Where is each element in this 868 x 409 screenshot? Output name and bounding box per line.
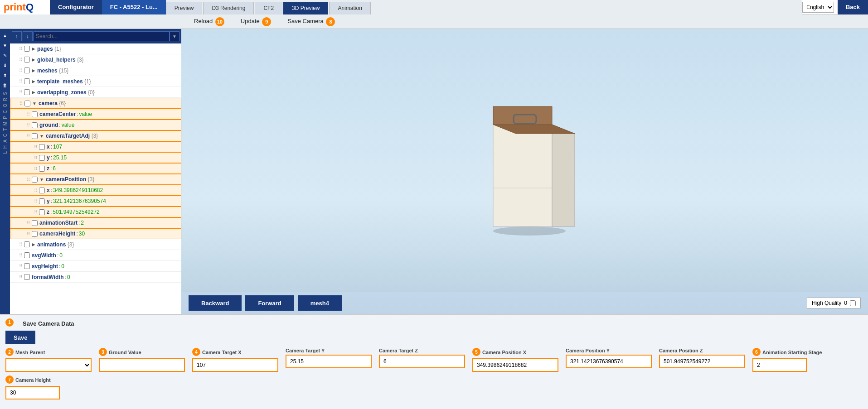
tree-checkbox-pos-z[interactable]	[39, 209, 45, 215]
back-button[interactable]: Back	[838, 0, 868, 14]
camera-target-x-input[interactable]: 107	[192, 358, 278, 372]
tree-arrow-global-helpers[interactable]: ▶	[32, 57, 35, 62]
save-camera-button[interactable]: Save Camera 8	[279, 15, 343, 28]
sidebar-sort-up[interactable]: ↑	[12, 31, 22, 41]
strip-btn-up[interactable]: ▲	[0, 31, 10, 40]
save-button[interactable]: Save	[5, 331, 35, 344]
tree-checkbox-pages[interactable]	[24, 46, 30, 52]
strip-letter-t[interactable]: T	[3, 128, 8, 131]
backward-button[interactable]: Backward	[189, 295, 242, 311]
tree-arrow-animations[interactable]: ▶	[32, 242, 35, 247]
tree-item-svg-height[interactable]: ⠿ svgHeight : 0	[10, 261, 181, 272]
sidebar-sort-down[interactable]: ↓	[23, 31, 33, 41]
mesh-parent-select[interactable]	[5, 358, 92, 372]
camera-height-input[interactable]: 30	[5, 386, 60, 399]
tree-arrow-camera-target-adj[interactable]: ▼	[39, 134, 44, 139]
tree-item-overlapping-zones[interactable]: ⠿ ▶ overlapping_zones {0}	[10, 87, 181, 98]
tree-arrow-overlapping-zones[interactable]: ▶	[32, 90, 35, 95]
tree-item-cam-x[interactable]: ⠿ x : 107	[10, 141, 181, 152]
tree-item-meshes[interactable]: ⠿ ▶ meshes {15}	[10, 65, 181, 76]
mesh4-button[interactable]: mesh4	[298, 295, 342, 311]
viewport-canvas[interactable]	[181, 29, 868, 292]
tree-checkbox-overlapping-zones[interactable]	[24, 89, 30, 95]
tree-checkbox-camera-position[interactable]	[32, 177, 38, 183]
tree-arrow-meshes[interactable]: ▶	[32, 68, 35, 73]
strip-btn-upload[interactable]: ⬆	[0, 71, 10, 80]
tree-checkbox-svg-height[interactable]	[24, 263, 30, 269]
ground-value-input[interactable]	[99, 358, 185, 372]
tree-item-pos-z[interactable]: ⠿ z : 501.949752549272	[10, 207, 181, 217]
camera-target-y-input[interactable]: 25.15	[286, 355, 372, 368]
tab-preview[interactable]: Preview	[166, 2, 203, 14]
strip-letter-l[interactable]: L	[3, 151, 8, 154]
tree-checkbox-camera[interactable]	[24, 101, 30, 106]
tree-checkbox-pos-y[interactable]	[39, 198, 45, 204]
tree-checkbox-pos-x[interactable]	[39, 188, 45, 193]
tree-checkbox-template-meshes[interactable]	[24, 78, 30, 84]
reload-button[interactable]: Reload 10	[186, 15, 233, 28]
tab-3dpreview[interactable]: 3D Preview	[283, 2, 328, 14]
tree-item-camera-height[interactable]: ⠿ cameraHeight : 30	[10, 228, 181, 239]
tree-item-pages[interactable]: ⠿ ▶ pages {1}	[10, 43, 181, 54]
strip-btn-edit[interactable]: ✎	[0, 51, 10, 60]
sidebar-search-input[interactable]	[34, 31, 170, 41]
tree-checkbox-camera-target-adj[interactable]	[32, 133, 38, 139]
tree-item-animations[interactable]: ⠿ ▶ animations {3}	[10, 239, 181, 250]
strip-letter-h[interactable]: H	[3, 145, 8, 149]
strip-btn-down[interactable]: ▼	[0, 41, 10, 50]
tree-item-pos-y[interactable]: ⠿ y : 321.14213676390574	[10, 196, 181, 207]
tree-item-camera-position[interactable]: ⠿ ▼ cameraPosition {3}	[10, 174, 181, 185]
tree-arrow-camera[interactable]: ▼	[32, 101, 37, 106]
camera-position-z-input[interactable]: 501.949752549272	[659, 355, 745, 368]
tree-checkbox-meshes[interactable]	[24, 67, 30, 73]
update-button[interactable]: Update 9	[233, 15, 280, 28]
camera-position-x-input[interactable]: 349.3986249118682	[472, 358, 558, 372]
strip-letter-p[interactable]: P	[3, 116, 8, 119]
strip-letter-o[interactable]: O	[3, 104, 8, 107]
camera-position-y-input[interactable]: 321.14213676390574	[566, 355, 652, 368]
tab-cf2[interactable]: CF2	[255, 2, 282, 14]
tree-checkbox-svg-width[interactable]	[24, 252, 30, 258]
tree-item-camera-center[interactable]: ⠿ cameraCenter : value	[10, 109, 181, 120]
tree-item-format-width[interactable]: ⠿ formatWidth : 0	[10, 272, 181, 283]
high-quality-checkbox[interactable]	[850, 300, 856, 306]
camera-target-z-input[interactable]: 6	[379, 355, 465, 368]
strip-letter-s[interactable]: S	[3, 92, 8, 95]
tree-item-svg-width[interactable]: ⠿ svgWidth : 0	[10, 250, 181, 261]
tree-checkbox-cam-x[interactable]	[39, 144, 45, 150]
strip-btn-delete[interactable]: 🗑	[0, 81, 10, 90]
tree-item-cam-z[interactable]: ⠿ z : 6	[10, 163, 181, 174]
tree-checkbox-animation-start[interactable]	[32, 220, 38, 226]
fc-button[interactable]: FC - A5522 - Lu...	[102, 0, 166, 14]
tree-checkbox-format-width[interactable]	[24, 274, 30, 280]
tree-item-camera[interactable]: ⠿ ▼ camera {6}	[10, 98, 181, 109]
tree-arrow-pages[interactable]: ▶	[32, 46, 35, 51]
configurator-button[interactable]: Configurator	[50, 0, 102, 14]
tree-checkbox-camera-height[interactable]	[32, 231, 38, 237]
strip-letter-c[interactable]: C	[3, 110, 8, 113]
tree-item-template-meshes[interactable]: ⠿ ▶ template_meshes {1}	[10, 76, 181, 87]
tree-checkbox-ground[interactable]	[32, 122, 38, 128]
tree-item-cam-y[interactable]: ⠿ y : 25.15	[10, 152, 181, 163]
tree-checkbox-camera-center[interactable]	[32, 111, 38, 117]
tab-animation[interactable]: Animation	[329, 2, 370, 14]
strip-letter-a[interactable]: A	[3, 140, 8, 143]
tree-arrow-camera-position[interactable]: ▼	[39, 177, 44, 182]
tree-item-ground[interactable]: ⠿ ground : value	[10, 120, 181, 130]
strip-letter-m[interactable]: M	[3, 122, 8, 125]
tree-checkbox-cam-y[interactable]	[39, 155, 45, 161]
animation-starting-stage-input[interactable]: 2	[752, 358, 807, 372]
tree-checkbox-cam-z[interactable]	[39, 166, 45, 172]
strip-letter-r[interactable]: R	[3, 98, 8, 101]
tree-item-global-helpers[interactable]: ⠿ ▶ global_helpers {3}	[10, 54, 181, 65]
strip-btn-save[interactable]: ⬇	[0, 61, 10, 70]
language-select[interactable]: English	[802, 2, 834, 13]
tree-checkbox-animations[interactable]	[24, 241, 30, 247]
forward-button[interactable]: Forward	[245, 295, 294, 311]
tree-item-animation-start[interactable]: ⠿ animationStart : 2	[10, 217, 181, 228]
tree-arrow-template-meshes[interactable]: ▶	[32, 79, 35, 84]
sidebar-filter-button[interactable]: ▼	[170, 31, 179, 41]
tree-item-camera-target-adj[interactable]: ⠿ ▼ cameraTargetAdj {3}	[10, 130, 181, 141]
tree-checkbox-global-helpers[interactable]	[24, 57, 30, 63]
tab-d3rendering[interactable]: D3 Rendering	[203, 2, 254, 14]
